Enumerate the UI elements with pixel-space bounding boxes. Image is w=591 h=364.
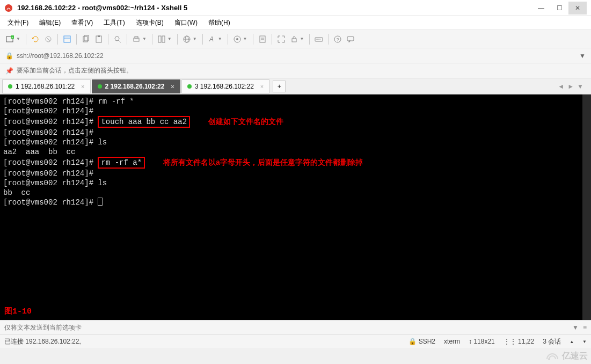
chevron-down-icon[interactable]: ▼	[16, 37, 20, 41]
address-bar: 🔒 ssh://root@192.168.26.102:22 ▼	[0, 48, 591, 63]
chevron-down-icon[interactable]: ▼	[579, 52, 586, 60]
close-icon[interactable]: ×	[260, 83, 264, 90]
separator	[328, 34, 329, 45]
session-tab-2[interactable]: 2 192.168.26.102:22 ×	[92, 79, 180, 93]
keyboard-icon[interactable]	[313, 33, 325, 45]
svg-rect-15	[134, 38, 139, 41]
chevron-down-icon[interactable]: ▼	[577, 83, 583, 90]
chevron-down-icon[interactable]: ▼	[193, 37, 197, 41]
separator	[127, 34, 127, 45]
tab-label: 3 192.168.26.102:22	[195, 83, 254, 90]
reconnect-icon[interactable]	[30, 33, 41, 45]
status-connected: 已连接 192.168.26.102:22。	[4, 337, 408, 346]
menu-edit[interactable]: 编辑(E)	[36, 17, 64, 28]
menu-tools[interactable]: 工具(T)	[100, 17, 128, 28]
tab-next-icon[interactable]: ►	[567, 83, 574, 90]
svg-rect-16	[135, 37, 138, 38]
lock-icon[interactable]	[288, 33, 300, 45]
close-button[interactable]: ✕	[568, 2, 587, 14]
chevron-down-icon[interactable]: ▼	[572, 324, 579, 331]
window-controls: — ☐ ✕	[532, 2, 587, 14]
menu-lines-icon[interactable]: ≡	[583, 324, 587, 331]
tab-bar: 1 192.168.26.101:22 × 2 192.168.26.102:2…	[0, 78, 591, 94]
chevron-down-icon[interactable]: ▼	[142, 37, 147, 41]
separator	[272, 34, 272, 45]
separator	[228, 34, 228, 45]
terminal-scrollbar[interactable]	[582, 94, 591, 320]
svg-point-35	[548, 358, 550, 360]
tab-label: 2 192.168.26.102:22	[105, 83, 165, 90]
svg-rect-12	[98, 35, 100, 37]
svg-text:?: ?	[337, 37, 339, 42]
new-session-icon[interactable]: +	[4, 33, 16, 45]
svg-marker-4	[32, 38, 34, 39]
disconnect-icon[interactable]	[42, 33, 54, 45]
hint-bar: 📌 要添加当前会话，点击左侧的箭头按钮。	[0, 63, 591, 78]
separator	[253, 34, 253, 45]
address-url[interactable]: ssh://root@192.168.26.102:22	[17, 52, 104, 60]
copy-icon[interactable]	[80, 33, 92, 45]
status-sessions: 3 会话	[543, 337, 561, 346]
toolbar: + ▼ ▼ ▼ ▼ A ▼ ▼ ▼ ?	[0, 30, 591, 48]
tab-navigation: ◄ ► ▼	[558, 83, 589, 90]
color-scheme-icon[interactable]	[231, 33, 243, 45]
chevron-down-icon[interactable]: ▼	[218, 37, 222, 41]
status-term: xterm	[444, 338, 460, 345]
separator	[202, 34, 203, 45]
status-bar: 已连接 192.168.26.102:22。 🔒 SSH2 xterm ↕ 11…	[0, 335, 591, 348]
svg-text:+: +	[11, 35, 13, 39]
watermark-text: 亿速云	[562, 351, 588, 362]
svg-marker-34	[349, 41, 351, 42]
svg-rect-7	[64, 36, 70, 42]
compose-bar: ▼ ≡	[0, 320, 591, 335]
svg-text:A: A	[209, 35, 214, 43]
app-icon	[4, 4, 13, 12]
font-icon[interactable]: A	[206, 33, 218, 45]
find-icon[interactable]	[112, 33, 123, 45]
status-size: ↕ 118x21	[469, 338, 495, 345]
hint-text: 要添加当前会话，点击左侧的箭头按钮。	[17, 66, 133, 75]
svg-point-24	[236, 38, 238, 40]
sessions-down-icon[interactable]: ▼	[582, 339, 587, 344]
svg-line-14	[119, 40, 121, 42]
globe-icon[interactable]	[181, 33, 193, 45]
properties-icon[interactable]	[61, 33, 73, 45]
minimize-button[interactable]: —	[532, 2, 550, 14]
chat-icon[interactable]	[345, 33, 356, 45]
maximize-button[interactable]: ☐	[550, 2, 568, 14]
chevron-down-icon[interactable]: ▼	[300, 37, 304, 41]
menu-view[interactable]: 查看(V)	[68, 17, 96, 28]
terminal[interactable]: [root@vms002 rh124]# rm -rf * [root@vms0…	[0, 94, 591, 320]
layout-icon[interactable]	[156, 33, 167, 45]
status-proto: 🔒 SSH2	[408, 338, 435, 345]
title-bar: 192.168.26.102:22 - root@vms002:~/rh124 …	[0, 0, 591, 16]
menu-tab[interactable]: 选项卡(B)	[133, 17, 167, 28]
window-title: 192.168.26.102:22 - root@vms002:~/rh124 …	[17, 4, 532, 12]
separator	[309, 34, 310, 45]
menu-window[interactable]: 窗口(W)	[171, 17, 201, 28]
chevron-down-icon[interactable]: ▼	[167, 37, 172, 41]
tab-label: 1 192.168.26.101:22	[16, 83, 75, 90]
help-icon[interactable]: ?	[332, 33, 344, 45]
svg-line-6	[47, 38, 50, 41]
print-icon[interactable]	[130, 33, 142, 45]
menu-help[interactable]: 帮助(H)	[205, 17, 234, 28]
script-icon[interactable]	[257, 33, 268, 45]
close-icon[interactable]: ×	[171, 83, 174, 90]
session-tab-1[interactable]: 1 192.168.26.101:22 ×	[2, 79, 91, 93]
status-dot-icon	[187, 84, 192, 89]
chevron-down-icon[interactable]: ▼	[243, 37, 247, 41]
menu-file[interactable]: 文件(F)	[4, 17, 32, 28]
session-tab-3[interactable]: 3 192.168.26.102:22 ×	[181, 79, 270, 93]
svg-rect-28	[292, 39, 296, 42]
svg-rect-25	[260, 36, 265, 42]
paste-icon[interactable]	[93, 33, 105, 45]
pin-icon[interactable]: 📌	[5, 67, 13, 75]
tab-prev-icon[interactable]: ◄	[558, 83, 564, 90]
terminal-content[interactable]: [root@vms002 rh124]# rm -rf * [root@vms0…	[3, 97, 588, 207]
compose-input[interactable]	[4, 324, 572, 331]
fullscreen-icon[interactable]	[275, 33, 287, 45]
close-icon[interactable]: ×	[81, 83, 84, 90]
sessions-up-icon[interactable]: ▲	[570, 339, 574, 344]
add-tab-button[interactable]: +	[273, 81, 286, 92]
